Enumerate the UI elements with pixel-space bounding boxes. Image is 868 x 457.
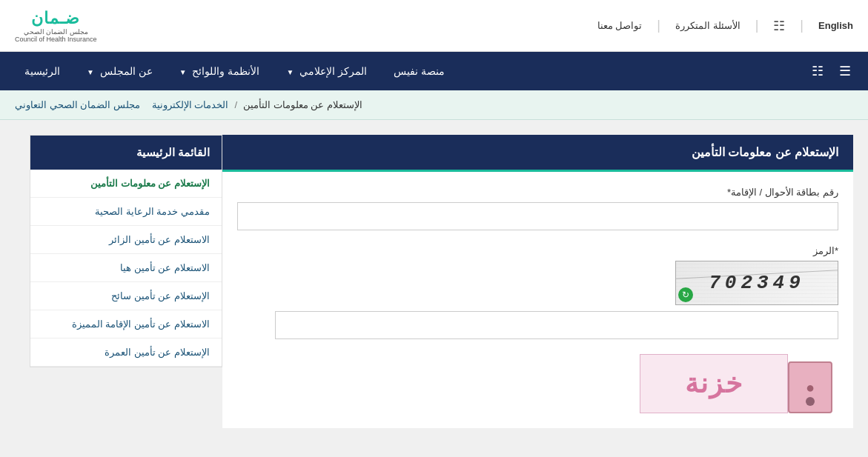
divider-1: | — [800, 18, 804, 33]
sidebar: القائمة الرئيسية الإستعلام عن معلومات ال… — [30, 135, 222, 367]
captcha-input[interactable] — [275, 311, 838, 339]
sidebar-link-premium-residency[interactable]: الاستعلام عن تأمين الإقامة المميزة — [30, 310, 222, 338]
sidebar-list: الإستعلام عن معلومات التأمين مقدمي خدمة … — [30, 170, 222, 367]
captcha-row: 702349 ↻ — [237, 261, 838, 305]
sidebar-link-healthcare-providers[interactable]: مقدمي خدمة الرعاية الصحية — [30, 198, 222, 225]
logo-subtitle-en: Council of Health Insurance — [15, 36, 97, 43]
sidebar-item-insurance-info: الإستعلام عن معلومات التأمين — [30, 170, 222, 198]
grid-icon-button[interactable]: ☷ — [806, 57, 829, 85]
sidebar-title: القائمة الرئيسية — [30, 136, 222, 170]
nav-link-regulations[interactable]: الأنظمة واللوائح ▼ — [166, 54, 274, 88]
sidebar-item-umrah-insurance: الإستعلام عن تأمين العمرة — [30, 338, 222, 367]
sidebar-item-haya-insurance: الاستعلام عن تأمين هيا — [30, 254, 222, 282]
breadcrumb: الإستعلام عن معلومات التأمين / الخدمات ا… — [15, 99, 362, 110]
nav-link-council[interactable]: عن المجلس ▼ — [73, 54, 166, 88]
top-bar-links: English | ☷ | الأسئلة المتكررة | تواصل م… — [597, 18, 853, 34]
logo-subtitle-ar: مجلس الضمان الصحي — [15, 28, 97, 36]
regulations-arrow: ▼ — [179, 68, 187, 76]
nav-item-home: الرئيسية — [11, 54, 73, 88]
content-area: الإستعلام عن معلومات التأمين رقم بطاقة ا… — [222, 135, 853, 428]
menu-icon-button[interactable]: ☰ — [833, 57, 857, 85]
sidebar-item-premium-residency: الاستعلام عن تأمين الإقامة المميزة — [30, 310, 222, 338]
english-link[interactable]: English — [818, 20, 853, 31]
id-form-group: رقم بطاقة الأحوال / الإقامة* — [237, 187, 838, 230]
nav-item-regulations: الأنظمة واللوائح ▼ — [166, 54, 274, 88]
sidebar-link-haya-insurance[interactable]: الاستعلام عن تأمين هيا — [30, 254, 222, 281]
breadcrumb-home[interactable]: مجلس الضمان الصحي التعاوني — [15, 99, 140, 110]
sidebar-item-visitor-insurance: الاستعلام عن تأمين الزائر — [30, 226, 222, 254]
nav-link-home[interactable]: الرئيسية — [11, 54, 73, 88]
nav-item-council: عن المجلس ▼ — [73, 54, 166, 88]
breadcrumb-current: الإستعلام عن معلومات التأمين — [243, 99, 362, 110]
captcha-group: *الرمز 702349 ↻ — [237, 245, 838, 339]
main-layout: الإستعلام عن معلومات التأمين رقم بطاقة ا… — [0, 120, 868, 443]
captcha-image: 702349 — [675, 261, 838, 305]
watermark-safe-icon — [788, 361, 832, 413]
sitemap-icon: ☷ — [773, 18, 785, 34]
logo-title: ضـمان — [15, 9, 97, 28]
logo-box: ضـمان مجلس الضمان الصحي Council of Healt… — [15, 9, 97, 43]
divider-2: | — [755, 18, 759, 33]
nav-item-nafis: منصة نفيس — [380, 54, 458, 88]
watermark-text: خزنة — [685, 368, 743, 399]
nav-item-media: المركز الإعلامي ▼ — [273, 54, 380, 88]
captcha-label: *الرمز — [237, 245, 838, 256]
top-bar: English | ☷ | الأسئلة المتكررة | تواصل م… — [0, 0, 868, 52]
breadcrumb-bar: الإستعلام عن معلومات التأمين / الخدمات ا… — [0, 90, 868, 120]
id-input[interactable] — [237, 202, 838, 230]
nav-link-media[interactable]: المركز الإعلامي ▼ — [273, 54, 380, 88]
id-label: رقم بطاقة الأحوال / الإقامة* — [237, 187, 838, 198]
captcha-input-container — [237, 311, 838, 339]
watermark-box: خزنة — [640, 354, 788, 413]
sidebar-link-visitor-insurance[interactable]: الاستعلام عن تأمين الزائر — [30, 226, 222, 253]
sidebar-link-tourist-insurance[interactable]: الإستعلام عن تأمين سائح — [30, 282, 222, 310]
captcha-refresh-button[interactable]: ↻ — [678, 287, 693, 302]
council-arrow: ▼ — [87, 68, 94, 76]
sidebar-link-insurance-info[interactable]: الإستعلام عن معلومات التأمين — [30, 170, 222, 197]
nav-links: منصة نفيس المركز الإعلامي ▼ الأنظمة والل… — [11, 54, 458, 88]
sidebar-link-umrah-insurance[interactable]: الإستعلام عن تأمين العمرة — [30, 338, 222, 366]
nav-icons: ☰ ☷ — [806, 57, 857, 85]
sidebar-item-tourist-insurance: الإستعلام عن تأمين سائح — [30, 282, 222, 310]
logo-area: ضـمان مجلس الضمان الصحي Council of Healt… — [15, 9, 97, 43]
breadcrumb-sep-1: / — [234, 99, 237, 110]
watermark-area: خزنة — [237, 354, 838, 413]
nav-link-nafis[interactable]: منصة نفيس — [380, 54, 458, 88]
breadcrumb-eservices[interactable]: الخدمات الإلكترونية — [152, 99, 229, 110]
nav-bar: ☰ ☷ منصة نفيس المركز الإعلامي ▼ الأنظمة … — [0, 52, 868, 90]
captcha-code-text: 702349 — [709, 272, 805, 294]
divider-3: | — [657, 18, 660, 33]
faq-link[interactable]: الأسئلة المتكررة — [675, 20, 741, 31]
contact-link[interactable]: تواصل معنا — [597, 20, 643, 31]
sidebar-item-healthcare-providers: مقدمي خدمة الرعاية الصحية — [30, 198, 222, 226]
captcha-image-container: 702349 ↻ — [675, 261, 838, 305]
content-body: رقم بطاقة الأحوال / الإقامة* *الرمز 7023… — [222, 172, 853, 428]
media-arrow: ▼ — [286, 68, 294, 76]
content-header: الإستعلام عن معلومات التأمين — [222, 135, 853, 172]
content-title: الإستعلام عن معلومات التأمين — [692, 146, 838, 159]
